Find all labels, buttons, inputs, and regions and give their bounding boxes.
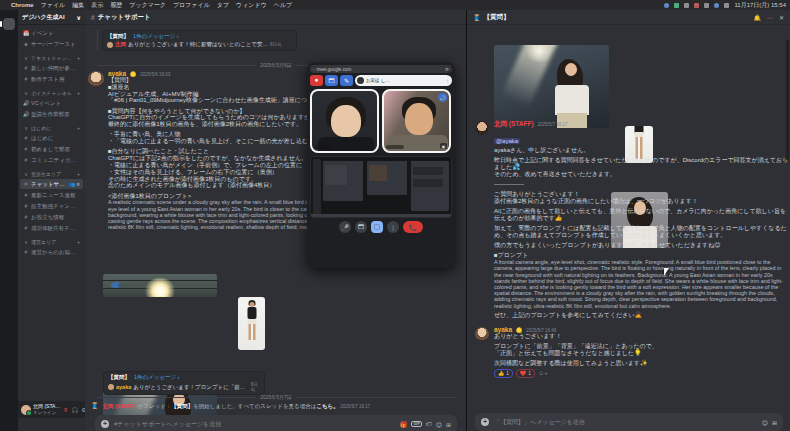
present-screen-icon[interactable]: 🖵 — [371, 221, 383, 233]
status-icon[interactable] — [684, 3, 689, 8]
thread-message-count-link[interactable]: 1件のメッセージ › — [133, 33, 179, 40]
meet-url-bar[interactable]: ◦ meet.google.com ⟳ — [310, 65, 452, 73]
pen-button[interactable]: ✎ — [340, 75, 353, 86]
channel-item[interactable]: ∨ テキストチャンネル + — [20, 54, 83, 62]
headphones-icon[interactable]: 🎧 — [72, 407, 79, 413]
channel-item[interactable]: # 自主勉強チャンネル — [20, 201, 83, 211]
channel-item[interactable]: # 初めまして部屋 — [20, 144, 83, 154]
reaction-thumbs-up[interactable]: 👍 1 — [494, 369, 513, 378]
camera-off-icon[interactable]: 🗔 — [355, 221, 367, 233]
channel-item[interactable]: # 新しい仲間が参加… — [20, 63, 83, 73]
menubar-item[interactable]: 表示 — [91, 1, 103, 10]
close-icon[interactable]: ✕ — [779, 14, 784, 21]
more-horizontal-icon[interactable]: ⋯ — [767, 14, 773, 21]
menubar-item[interactable]: ヘルプ — [274, 1, 292, 10]
avatar[interactable] — [475, 327, 489, 341]
upload-plus-icon[interactable]: + — [481, 418, 489, 426]
add-channel-icon[interactable]: + — [77, 125, 80, 131]
channel-item[interactable]: ∨ 受講生エリア + — [20, 170, 83, 178]
participant-pill[interactable]: お客様 し… ⋮ — [355, 75, 452, 86]
see-all-threads-link[interactable]: こちら。 — [316, 403, 338, 409]
status-icon[interactable] — [664, 3, 669, 8]
menubar-item[interactable]: プロファイル — [173, 1, 210, 10]
message-staff-reply: 北岡 (STAFF) 2025/5/7 16:17 @ayaka ayakaさん… — [475, 120, 785, 319]
thread-preview-bottom[interactable]: 【質問】 1件のメッセージ › ayaka ありがとうございます！プロンプトに「… — [103, 371, 265, 395]
channel-item[interactable]: # お役立ち情報 — [20, 212, 83, 222]
server-icon[interactable] — [3, 18, 15, 30]
add-channel-icon[interactable]: + — [77, 55, 80, 61]
message-author[interactable]: ayaka — [108, 70, 126, 77]
status-icon[interactable] — [694, 3, 699, 8]
menubar-item[interactable]: 編集 — [72, 1, 84, 10]
channel-item[interactable]: 🔊 受講生作業部屋 — [20, 109, 83, 119]
channel-item[interactable]: ∨ 運営エリア + — [20, 238, 83, 246]
avatar[interactable] — [21, 405, 31, 415]
add-channel-icon[interactable]: + — [77, 239, 80, 245]
record-button[interactable]: ⏺ — [310, 75, 323, 86]
channel-item[interactable]: ∨ ボイスチャンネル + — [20, 89, 83, 97]
emoji-icon[interactable]: 😊 — [762, 419, 768, 426]
message-author[interactable]: 北岡 (STAFF) — [494, 120, 534, 129]
message-input[interactable]: + #チャットサポートへメッセージを送信 🎁 GIF 🏷 😊 ⊞ — [95, 415, 457, 431]
add-reaction-icon[interactable]: ☺+ — [538, 370, 548, 376]
more-vertical-icon[interactable]: ⋮ — [387, 221, 399, 233]
mic-mute-icon[interactable]: 🎙 — [63, 407, 69, 413]
channel-item[interactable]: ◈ サーバーブースト — [20, 39, 83, 49]
meet-overlay-window[interactable]: ◦ meet.google.com ⟳ ⏺ 🗔 ✎ お客様 し… ⋮ — [307, 62, 455, 268]
upload-plus-icon[interactable]: + — [101, 420, 109, 428]
camera-button[interactable]: 🗔 — [325, 75, 338, 86]
apps-icon[interactable]: ⊞ — [772, 419, 777, 426]
menubar-item[interactable]: ファイル — [41, 1, 66, 10]
status-icon[interactable] — [704, 3, 709, 8]
video-tile-self[interactable] — [310, 89, 379, 153]
reaction-heart[interactable]: ❤️ 1 — [516, 369, 535, 378]
attachment-bird-image[interactable] — [103, 274, 217, 297]
attachment-model-image[interactable] — [238, 297, 265, 350]
server-header[interactable]: デジハク生成AI ∨ — [18, 10, 85, 25]
menubar-item[interactable]: ブックマーク — [129, 1, 166, 10]
bell-icon[interactable]: 🔔 — [753, 14, 761, 21]
apps-icon[interactable]: ⊞ — [446, 421, 451, 428]
channel-item[interactable]: # コミュニティガイド… — [20, 155, 83, 165]
reload-icon[interactable]: ⟳ — [445, 67, 449, 72]
channel-item[interactable]: # 最新ニュース速報 — [20, 190, 83, 200]
thread-message-input[interactable]: + 「【質問】」へメッセージを送信 😊 ⊞ — [475, 413, 783, 431]
channel-item[interactable]: # 動作テスト用 — [20, 74, 83, 84]
channel-item[interactable]: ∨ はじめに + — [20, 124, 83, 132]
emoji-icon[interactable]: 😊 — [436, 421, 442, 428]
thread-message-count-link[interactable]: 1件のメッセージ › — [134, 374, 180, 381]
message-author[interactable]: ayaka — [494, 326, 512, 333]
thread-preview-top[interactable]: 【質問】 1件のメッセージ › 北岡 ありがとうございます！特に影響はないとのこ… — [102, 30, 297, 51]
mention-pill[interactable]: @ayaka — [494, 138, 520, 144]
picture-in-picture-icon[interactable]: ▣ — [440, 143, 447, 149]
status-icon[interactable] — [724, 3, 729, 8]
gift-icon[interactable]: 🎁 — [400, 421, 408, 428]
add-channel-icon[interactable]: + — [77, 90, 80, 96]
channel-item[interactable]: 📅 イベント — [20, 28, 83, 38]
mic-icon[interactable]: 🎤 — [339, 221, 351, 233]
menubar-clock[interactable]: 11月17日(月) 15:54 — [734, 1, 786, 10]
scrollbar[interactable] — [786, 40, 789, 160]
channel-item[interactable]: # はじめに — [20, 133, 83, 143]
screen-share-preview[interactable] — [310, 156, 452, 218]
menubar-item[interactable]: ウィンドウ — [236, 1, 267, 10]
menubar-item[interactable]: 履歴 — [110, 1, 122, 10]
add-channel-icon[interactable]: + — [77, 171, 80, 177]
sticker-icon[interactable]: 🏷 — [426, 421, 432, 427]
channel-item[interactable]: # 運営からのお知らせ — [20, 247, 83, 257]
status-icon[interactable] — [714, 3, 719, 8]
more-vertical-icon[interactable]: ⋮ — [446, 78, 451, 83]
video-tile-remote[interactable]: 🔊 ▣ — [382, 89, 451, 153]
menubar-item[interactable]: タブ — [217, 1, 229, 10]
hang-up-button[interactable]: 📞 — [403, 221, 423, 233]
menubar-app-name[interactable]: Chrome — [11, 2, 34, 8]
channel-item[interactable]: # 成功体験共有チャン… — [20, 223, 83, 233]
avatar[interactable] — [88, 71, 104, 87]
channel-item[interactable]: # チャットサポ… 👥 ⚙ — [20, 179, 83, 189]
avatar[interactable] — [475, 121, 489, 135]
gif-icon[interactable]: GIF — [411, 421, 421, 427]
system-author[interactable]: 北岡 (STAFF) — [103, 403, 137, 409]
attachment-scene-image[interactable] — [494, 45, 609, 128]
status-icon[interactable] — [674, 3, 679, 8]
channel-item[interactable]: 🔊 VCイベント — [20, 98, 83, 108]
